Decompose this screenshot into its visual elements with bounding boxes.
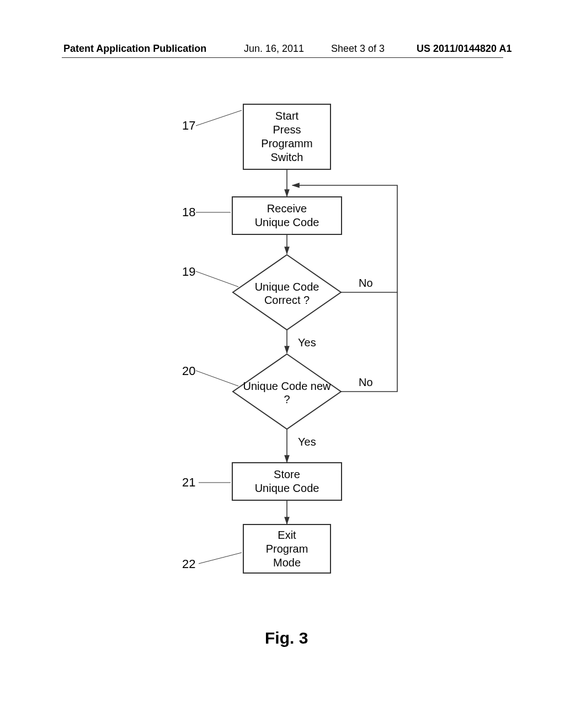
flowchart-canvas: Start Press Programm Switch 17 Receive U…	[0, 0, 565, 728]
flow-node-19-text: Unique Code Correct ?	[243, 280, 331, 307]
ref-17: 17	[182, 119, 195, 133]
flow-node-21-text: Store Unique Code	[255, 468, 319, 495]
flow-node-18: Receive Unique Code	[232, 196, 342, 235]
ref-22: 22	[182, 557, 195, 571]
ref-20: 20	[182, 364, 195, 378]
edge-20-no: No	[359, 376, 373, 389]
flow-node-20-text: Unique Code new ?	[243, 379, 331, 406]
flow-node-17-text: Start Press Programm Switch	[261, 109, 312, 164]
flow-node-21: Store Unique Code	[232, 462, 342, 501]
ref-18: 18	[182, 205, 195, 220]
figure-caption: Fig. 3	[265, 629, 308, 647]
edge-20-yes: Yes	[298, 436, 316, 448]
edge-19-yes: Yes	[298, 336, 316, 349]
svg-line-13	[199, 553, 242, 564]
flow-node-18-text: Receive Unique Code	[255, 202, 319, 229]
flow-node-22-text: Exit Program Mode	[266, 528, 308, 570]
ref-21: 21	[182, 475, 195, 490]
edge-19-no: No	[359, 277, 373, 290]
ref-19: 19	[182, 265, 195, 279]
svg-line-8	[196, 110, 242, 126]
flow-node-22: Exit Program Mode	[243, 524, 331, 574]
flow-node-17: Start Press Programm Switch	[243, 104, 331, 170]
